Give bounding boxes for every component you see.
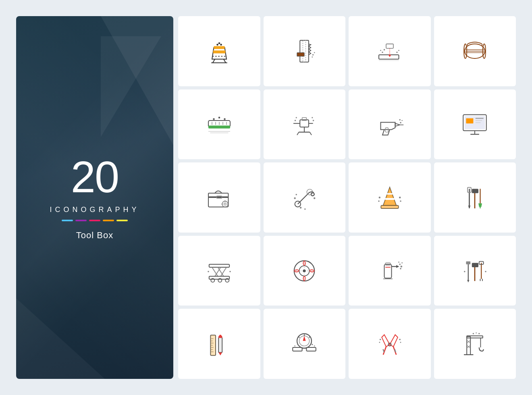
icon-cell-pipe-valve: [264, 309, 346, 379]
svg-rect-164: [293, 347, 302, 351]
band-saw-icon: [290, 37, 319, 66]
svg-line-162: [309, 337, 310, 338]
svg-marker-100: [468, 206, 470, 208]
svg-point-181: [400, 342, 401, 343]
svg-point-179: [379, 342, 380, 343]
pipe-valve-icon: [290, 329, 319, 358]
toolbox-settings-icon: [205, 183, 234, 212]
svg-point-55: [296, 117, 297, 118]
svg-rect-165: [307, 347, 316, 351]
svg-line-7: [213, 59, 215, 63]
svg-point-85: [300, 207, 302, 209]
icon-count: 20: [50, 155, 139, 199]
svg-point-172: [314, 345, 315, 347]
color-bar-4: [103, 220, 114, 221]
svg-marker-19: [388, 55, 391, 57]
svg-point-129: [400, 268, 401, 269]
svg-line-53: [310, 132, 312, 135]
svg-rect-152: [210, 335, 216, 356]
icon-cell-road-barrier: [178, 16, 260, 86]
svg-line-52: [297, 132, 299, 135]
icon-cell-lift: [178, 236, 260, 306]
svg-point-130: [401, 262, 403, 263]
icon-cell-ruler-pencil: [178, 309, 260, 379]
svg-rect-46: [300, 120, 309, 127]
icon-cell-drill: [349, 89, 431, 160]
traffic-cone-icon: [375, 183, 404, 212]
svg-point-54: [295, 120, 296, 122]
svg-rect-122: [384, 264, 391, 278]
svg-point-189: [473, 333, 474, 335]
iconography-label: ICONOGRAPHY: [50, 206, 139, 214]
icon-cell-hammer-nail: [434, 236, 516, 306]
svg-point-5: [220, 44, 222, 46]
svg-point-97: [400, 200, 401, 202]
tool-box-title: Tool Box: [50, 230, 139, 241]
svg-point-178: [380, 339, 381, 341]
crane-icon: [460, 329, 489, 358]
spray-icon: [375, 256, 404, 285]
color-bar-5: [116, 220, 128, 221]
svg-line-107: [212, 267, 218, 276]
svg-line-110: [220, 267, 226, 276]
svg-point-121: [303, 269, 306, 272]
svg-line-8: [224, 59, 226, 63]
lift-icon: [205, 256, 234, 285]
svg-point-13: [312, 54, 314, 56]
svg-rect-102: [472, 189, 478, 193]
svg-point-87: [314, 198, 316, 200]
icon-cell-spray: [349, 236, 431, 306]
icon-cell-traffic-cone: [349, 162, 431, 233]
svg-marker-58: [395, 124, 400, 127]
svg-rect-137: [472, 263, 478, 267]
drill-icon: [375, 110, 404, 139]
icon-cell-sander: [178, 89, 260, 160]
sander-icon: [205, 110, 234, 139]
svg-point-20: [382, 52, 383, 53]
svg-point-115: [208, 271, 209, 272]
color-bar-1: [62, 220, 73, 221]
svg-marker-135: [467, 280, 469, 282]
svg-point-56: [313, 120, 314, 122]
hammer-nail-icon: [460, 256, 489, 285]
svg-point-142: [464, 271, 466, 272]
icon-cell-laser-cut: [349, 16, 431, 86]
icon-cell-toolbox-settings: [178, 162, 260, 233]
svg-point-57: [312, 117, 313, 118]
svg-line-176: [383, 350, 384, 352]
svg-rect-106: [209, 264, 229, 267]
svg-point-15: [312, 56, 313, 58]
svg-point-22: [383, 49, 385, 50]
svg-point-191: [478, 333, 480, 335]
svg-point-61: [400, 122, 401, 124]
icon-cell-fan: [264, 236, 346, 306]
svg-marker-125: [396, 265, 399, 268]
svg-point-128: [400, 266, 402, 268]
icon-cell-crane: [434, 309, 516, 379]
monitor-icon: [460, 110, 489, 139]
svg-point-127: [399, 264, 401, 265]
svg-point-131: [398, 262, 399, 263]
svg-point-81: [295, 201, 301, 207]
svg-rect-156: [218, 337, 222, 353]
svg-point-24: [398, 50, 399, 51]
svg-line-177: [395, 350, 395, 352]
svg-marker-89: [383, 187, 396, 206]
pliers-icon: [375, 329, 404, 358]
svg-point-14: [314, 52, 315, 53]
svg-point-116: [229, 271, 231, 272]
svg-point-86: [304, 208, 306, 210]
svg-point-63: [399, 119, 401, 121]
scroll-saw-icon: [460, 37, 489, 66]
icon-cell-scroll: [434, 16, 516, 86]
svg-point-169: [297, 344, 299, 345]
svg-point-143: [485, 271, 486, 272]
svg-point-83: [294, 198, 296, 200]
color-bar-3: [89, 220, 100, 221]
svg-rect-66: [466, 118, 474, 124]
svg-rect-134: [466, 261, 471, 264]
icon-cell-tools: [434, 162, 516, 233]
icon-grid: [178, 16, 516, 379]
svg-rect-11: [303, 40, 306, 62]
ruler-pencil-icon: [205, 329, 234, 358]
